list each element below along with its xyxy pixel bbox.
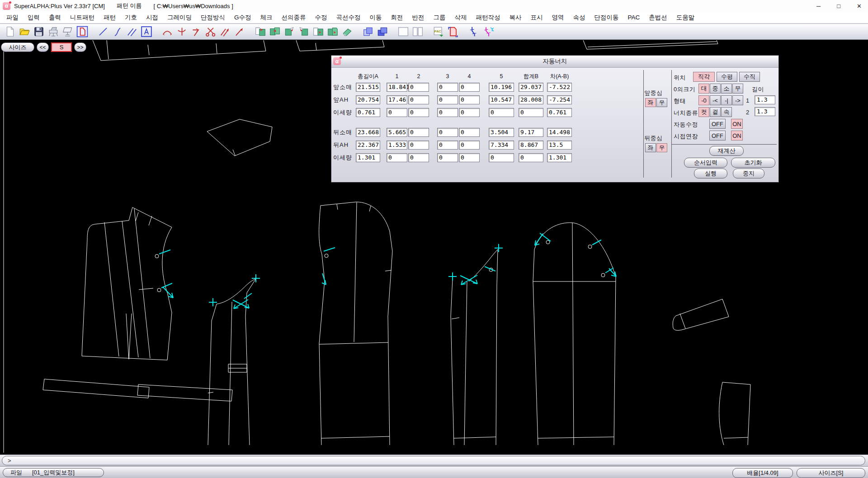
attach-right-button[interactable]: [326, 25, 340, 38]
menu-item-28[interactable]: 도움말: [672, 12, 699, 23]
value-cell-2-1-7[interactable]: 9.17: [519, 128, 543, 137]
value-cell-1-1-7[interactable]: 29.037: [519, 83, 543, 92]
value-cell-1-3-8[interactable]: 0.761: [547, 108, 572, 117]
value-cell-2-1-5[interactable]: 0: [459, 128, 480, 137]
value-cell-2-3-6[interactable]: 0: [489, 153, 514, 162]
menu-item-17[interactable]: 반전: [408, 12, 429, 23]
notch-kind-option-1[interactable]: 컷: [698, 107, 709, 117]
menu-item-21[interactable]: 복사: [505, 12, 526, 23]
front-center-option-2[interactable]: 우: [656, 98, 667, 107]
value-cell-1-2-2[interactable]: 17.46: [387, 95, 407, 104]
file-status-pill[interactable]: 파일 [01_입력및보정]: [3, 468, 104, 477]
attach-left-button[interactable]: [311, 25, 325, 38]
position-option-1[interactable]: 직각: [693, 72, 715, 82]
value-cell-1-3-3[interactable]: 0: [408, 108, 429, 117]
measure-arrow-tool-button[interactable]: [233, 25, 246, 38]
value-cell-1-3-6[interactable]: 0: [489, 108, 514, 117]
copy-pages-button[interactable]: [361, 25, 375, 38]
position-option-3[interactable]: 수직: [739, 72, 760, 82]
notch-line-blue-button[interactable]: [467, 25, 481, 38]
value-cell-2-1-6[interactable]: 3.504: [489, 128, 514, 137]
split-canvas-button[interactable]: [411, 25, 425, 38]
text-tool-button[interactable]: [140, 25, 153, 38]
parallel-tool-button[interactable]: [125, 25, 139, 38]
eraser-button[interactable]: [340, 25, 354, 38]
value-cell-2-3-8[interactable]: 1.301: [547, 153, 572, 162]
value-cell-2-3-2[interactable]: 0: [387, 153, 407, 162]
value-cell-2-2-3[interactable]: 0: [408, 141, 429, 150]
size-next-button[interactable]: >>: [74, 42, 86, 52]
menu-item-5[interactable]: 패턴: [99, 12, 120, 23]
value-cell-2-3-3[interactable]: 0: [408, 153, 429, 162]
position-option-2[interactable]: 수평: [717, 72, 737, 82]
value-cell-1-2-7[interactable]: 28.008: [519, 95, 543, 104]
plotter-button[interactable]: [47, 25, 60, 38]
recalculate-button[interactable]: 재계산: [709, 146, 744, 156]
seam-extend-option-1[interactable]: OFF: [709, 131, 726, 141]
notch-kind-option-2[interactable]: 겉: [710, 107, 721, 117]
save-floppy-button[interactable]: [32, 25, 46, 38]
menu-item-10[interactable]: G수정: [230, 12, 256, 23]
menu-item-13[interactable]: 수정: [311, 12, 332, 23]
menu-item-18[interactable]: 그룹: [429, 12, 450, 23]
scissors-tool-button[interactable]: [204, 25, 217, 38]
menu-item-24[interactable]: 속성: [569, 12, 590, 23]
value-cell-1-2-6[interactable]: 10.547: [489, 95, 514, 104]
value-cell-2-2-5[interactable]: 0: [459, 141, 480, 150]
size-prev-button[interactable]: <<: [37, 42, 49, 52]
value-cell-1-1-4[interactable]: 0: [437, 83, 458, 92]
value-cell-2-3-4[interactable]: 0: [437, 153, 458, 162]
curve-tool-button[interactable]: [111, 25, 124, 38]
zero-size-option-2[interactable]: 중: [710, 84, 721, 94]
cross-tool-button[interactable]: [175, 25, 189, 38]
value-cell-2-2-8[interactable]: 13.5: [547, 141, 572, 150]
new-doc-button[interactable]: [3, 25, 17, 38]
value-cell-2-3-5[interactable]: 0: [459, 153, 480, 162]
digitizer-button[interactable]: [61, 25, 75, 38]
size-menu-button[interactable]: 사이즈: [1, 42, 34, 52]
value-cell-1-3-1[interactable]: 0.761: [356, 108, 380, 117]
shape-option-2[interactable]: -<: [710, 95, 721, 105]
value-cell-1-2-3[interactable]: 0: [408, 95, 429, 104]
auto-fix-option-2[interactable]: ON: [731, 119, 743, 129]
value-cell-1-1-3[interactable]: 0: [408, 83, 429, 92]
menu-item-25[interactable]: 단점이동: [590, 12, 623, 23]
value-cell-2-1-2[interactable]: 5.665: [387, 128, 407, 137]
value-cell-2-3-1[interactable]: 1.301: [356, 153, 380, 162]
length-1-input[interactable]: 1.3: [755, 95, 775, 104]
value-cell-2-2-7[interactable]: 8.867: [519, 141, 543, 150]
value-cell-1-1-6[interactable]: 10.196: [489, 83, 514, 92]
command-input[interactable]: >: [2, 456, 865, 465]
bend-arrow-tool-button[interactable]: [189, 25, 203, 38]
cut-left-button[interactable]: [283, 25, 296, 38]
arc-tool-button[interactable]: [160, 25, 174, 38]
size-current-button[interactable]: S: [51, 42, 72, 52]
value-cell-2-3-7[interactable]: 0: [519, 153, 543, 162]
value-cell-2-1-1[interactable]: 23.668: [356, 128, 380, 137]
minimize-button[interactable]: ─: [816, 3, 821, 9]
close-button[interactable]: ✕: [857, 3, 862, 9]
value-cell-1-1-5[interactable]: 0: [459, 83, 480, 92]
menu-item-11[interactable]: 체크: [256, 12, 277, 23]
value-cell-2-2-1[interactable]: 22.367: [356, 141, 380, 150]
menu-item-27[interactable]: 촌법선: [644, 12, 672, 23]
length-2-input[interactable]: 1.3: [755, 107, 775, 116]
cut-right-button[interactable]: [297, 25, 311, 38]
zero-size-option-4[interactable]: 무: [732, 84, 743, 94]
pattern-doc-button[interactable]: [75, 25, 89, 38]
value-cell-2-1-3[interactable]: 0: [408, 128, 429, 137]
order-input-button[interactable]: 순서입력: [684, 158, 727, 168]
menu-item-7[interactable]: 시접: [142, 12, 163, 23]
front-center-option-1[interactable]: 좌: [645, 98, 656, 107]
zoom-status-pill[interactable]: 배율[1/4.09]: [732, 468, 793, 478]
menu-item-1[interactable]: 파일: [2, 12, 23, 23]
value-cell-1-3-7[interactable]: 0: [519, 108, 543, 117]
value-cell-2-1-4[interactable]: 0: [437, 128, 458, 137]
value-cell-1-3-4[interactable]: 0: [437, 108, 458, 117]
menu-item-15[interactable]: 이동: [365, 12, 387, 23]
menu-item-2[interactable]: 입력: [23, 12, 44, 23]
open-folder-button[interactable]: [18, 25, 31, 38]
menu-item-22[interactable]: 표시: [526, 12, 547, 23]
auto-fix-option-1[interactable]: OFF: [709, 119, 726, 129]
value-cell-1-3-5[interactable]: 0: [459, 108, 480, 117]
